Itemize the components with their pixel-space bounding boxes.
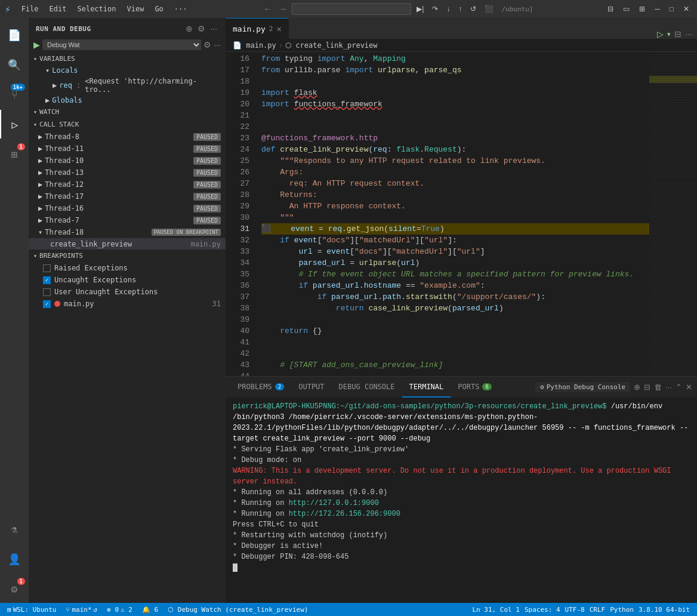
breakpoints-section-header[interactable]: ▾ BREAKPOINTS	[29, 250, 226, 262]
thread-10[interactable]: ▶ Thread-10 PAUSED	[29, 155, 226, 167]
customize-layout-button[interactable]: ⊟	[605, 4, 616, 14]
panel-maximize-button[interactable]: ⌃	[676, 383, 682, 392]
tab-debug-console[interactable]: DEBUG CONSOLE	[332, 377, 402, 398]
new-breakpoint-button[interactable]: ⊕	[184, 23, 194, 35]
tab-terminal[interactable]: TERMINAL	[402, 377, 451, 398]
tab-mainpy[interactable]: main.py 2 ✕	[226, 18, 289, 39]
editor-run-dropdown[interactable]: ▾	[667, 30, 671, 38]
status-errors[interactable]: ⊗ 0 ⚠ 2	[104, 606, 135, 614]
maximize-button[interactable]: □	[667, 4, 677, 14]
editor-more-button[interactable]: ···	[685, 29, 692, 39]
terminal-content[interactable]: pierrick@LAPTOP-HKU5PNNG:~/git/add-ons-s…	[226, 398, 697, 603]
status-notifications[interactable]: 🔔 6	[140, 606, 161, 614]
debug-step-out-button[interactable]: ↑	[455, 4, 465, 14]
debug-step-into-button[interactable]: ↓	[443, 4, 453, 14]
thread-17-chevron: ▶	[38, 192, 42, 201]
debug-restart-button[interactable]: ↺	[467, 4, 479, 14]
menu-go[interactable]: Go	[150, 4, 168, 14]
thread-17[interactable]: ▶ Thread-17 PAUSED	[29, 190, 226, 202]
thread-7[interactable]: ▶ Thread-7 PAUSED	[29, 214, 226, 226]
editor-run-button[interactable]: ▷	[657, 29, 664, 39]
watch-section-header[interactable]: ▾ WATCH	[29, 106, 226, 118]
terminal-output-5: * Running on http://127.0.0.1:9000	[233, 498, 690, 509]
status-line-col[interactable]: Ln 31, Col 1	[470, 606, 522, 614]
thread-11-status: PAUSED	[193, 145, 221, 153]
activity-search[interactable]: 🔍	[0, 50, 29, 79]
debug-settings-button[interactable]: ⚙	[196, 23, 206, 35]
activity-run-debug[interactable]: ▷	[0, 110, 29, 138]
thread-13[interactable]: ▶ Thread-13 PAUSED	[29, 167, 226, 178]
uncaught-exceptions-checkbox[interactable]: ✓	[43, 276, 51, 284]
status-encoding[interactable]: UTF-8	[563, 606, 587, 614]
new-terminal-button[interactable]: ⊕	[634, 383, 640, 392]
python-debug-badge[interactable]: ⚙ Python Debug Console	[535, 382, 630, 392]
menu-more[interactable]: ···	[169, 4, 192, 14]
mainpy-breakpoint-item[interactable]: ✓ main.py 31	[29, 298, 226, 310]
menu-view[interactable]: View	[122, 4, 149, 14]
raised-exceptions-item[interactable]: Raised Exceptions	[29, 262, 226, 274]
minimize-button[interactable]: ─	[652, 4, 663, 14]
menu-file[interactable]: File	[17, 4, 44, 14]
tab-mainpy-close[interactable]: ✕	[276, 24, 281, 33]
nav-forward-button[interactable]: →	[276, 3, 289, 15]
code-content[interactable]: from typing import Any, Mappingfrom urll…	[255, 52, 649, 376]
activity-explorer[interactable]: 📄	[0, 20, 29, 49]
debug-step-over-button[interactable]: ↷	[429, 4, 441, 14]
activity-testing[interactable]: ⚗	[0, 515, 29, 543]
breadcrumb-fn[interactable]: ⬡ create_link_preview	[285, 41, 378, 50]
thread-11[interactable]: ▶ Thread-11 PAUSED	[29, 143, 226, 155]
locals-item[interactable]: ▾ Locals	[29, 65, 226, 76]
status-language[interactable]: Python	[607, 606, 636, 614]
callstack-section-header[interactable]: ▾ CALL STACK	[29, 118, 226, 131]
toggle-editor-layout-button[interactable]: ⊞	[636, 4, 648, 14]
debug-stop-button[interactable]: ⬛	[482, 4, 496, 14]
status-wsl[interactable]: ⊞ WSL: Ubuntu	[5, 606, 58, 614]
user-uncaught-exceptions-checkbox[interactable]	[43, 288, 51, 296]
nav-back-button[interactable]: ←	[261, 3, 274, 15]
breadcrumb-file[interactable]: 📄 main.py	[233, 41, 276, 50]
tab-output[interactable]: OUTPUT	[291, 377, 331, 398]
globals-item[interactable]: ▶ Globals	[29, 95, 226, 106]
mainpy-breakpoint-checkbox[interactable]: ✓	[43, 300, 51, 308]
terminal-split-button[interactable]: ⊟	[644, 383, 650, 392]
status-line-ending[interactable]: CRLF	[587, 606, 608, 614]
thread-18[interactable]: ▾ Thread-18 PAUSED ON BREAKPOINT	[29, 226, 226, 238]
debug-config-settings-button[interactable]: ⚙	[203, 40, 211, 50]
vscode-icon: ⚡	[5, 4, 11, 15]
activity-settings[interactable]: ⚙ 1	[0, 574, 29, 603]
terminal-kill-button[interactable]: 🗑	[654, 383, 662, 392]
raised-exceptions-checkbox[interactable]	[43, 264, 51, 272]
panel-close-button[interactable]: ✕	[686, 383, 692, 392]
status-python-version[interactable]: 3.8.10 64-bit	[636, 606, 692, 614]
uncaught-exceptions-item[interactable]: ✓ Uncaught Exceptions	[29, 274, 226, 286]
activity-accounts[interactable]: 👤	[0, 544, 29, 573]
status-debug-info[interactable]: ⬡ Debug Watch (create_link_preview)	[165, 606, 310, 614]
activity-extensions[interactable]: ⊞ 1	[0, 140, 29, 168]
search-input[interactable]	[292, 3, 411, 15]
thread-8[interactable]: ▶ Thread-8 PAUSED	[29, 131, 226, 143]
tab-problems[interactable]: PROBLEMS 2	[230, 377, 291, 398]
stack-frame-create-link-preview[interactable]: create_link_preview main.py	[29, 238, 226, 250]
thread-12[interactable]: ▶ Thread-12 PAUSED	[29, 178, 226, 190]
status-spaces[interactable]: Spaces: 4	[522, 606, 563, 614]
menu-edit[interactable]: Edit	[45, 4, 72, 14]
code-editor[interactable]: 1617181920212223242526272829303132333435…	[226, 52, 697, 376]
sidebar-more-button[interactable]: ···	[209, 23, 218, 35]
debug-config-select[interactable]: Debug Wat	[42, 39, 201, 50]
activity-source-control[interactable]: ⑂ 1k+	[0, 80, 29, 109]
status-branch[interactable]: ⑂ main* ↺	[63, 606, 100, 614]
panel-more-button[interactable]: ···	[665, 383, 672, 392]
variables-section-header[interactable]: ▾ VARIABLES	[29, 53, 226, 65]
debug-config-more-button[interactable]: ···	[214, 40, 221, 50]
user-uncaught-exceptions-item[interactable]: User Uncaught Exceptions	[29, 286, 226, 298]
debug-play-button[interactable]: ▶	[33, 40, 40, 50]
editor-split-button[interactable]: ⊟	[674, 29, 681, 39]
close-button[interactable]: ✕	[680, 4, 692, 14]
tab-ports[interactable]: PORTS 6	[451, 377, 499, 398]
thread-16[interactable]: ▶ Thread-16 PAUSED	[29, 202, 226, 214]
debug-continue-button[interactable]: ▶|	[414, 4, 427, 14]
toggle-primary-sidebar-button[interactable]: ▭	[620, 4, 633, 14]
menu-bar: File Edit Selection View Go ···	[17, 4, 192, 14]
req-variable[interactable]: ▶ req : <Request 'http://charming-tro...	[29, 76, 226, 95]
menu-selection[interactable]: Selection	[72, 4, 121, 14]
